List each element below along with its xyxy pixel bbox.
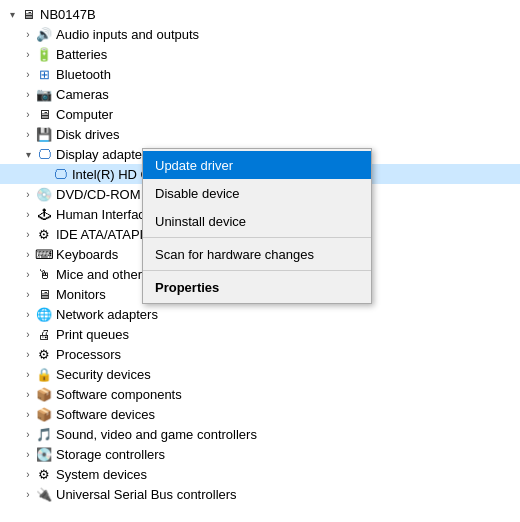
- label-disk: Disk drives: [56, 127, 520, 142]
- chevron-computer: [20, 106, 36, 122]
- tree-item-batteries[interactable]: 🔋 Batteries: [0, 44, 520, 64]
- menu-label-uninstall: Uninstall device: [155, 214, 246, 229]
- tree-item-disk[interactable]: 💾 Disk drives: [0, 124, 520, 144]
- icon-computer: 🖥: [36, 106, 52, 122]
- chevron-display: [20, 146, 36, 162]
- tree-item-network[interactable]: 🌐 Network adapters: [0, 304, 520, 324]
- label-bluetooth: Bluetooth: [56, 67, 520, 82]
- tree-item-print[interactable]: 🖨 Print queues: [0, 324, 520, 344]
- chevron-network: [20, 306, 36, 322]
- icon-sw-dev: 📦: [36, 406, 52, 422]
- tree-item-processors[interactable]: ⚙ Processors: [0, 344, 520, 364]
- tree-item-storage[interactable]: 💽 Storage controllers: [0, 444, 520, 464]
- icon-sw-comp: 📦: [36, 386, 52, 402]
- chevron-disk: [20, 126, 36, 142]
- tree-item-sw-comp[interactable]: 📦 Software components: [0, 384, 520, 404]
- label-security: Security devices: [56, 367, 520, 382]
- icon-monitors: 🖥: [36, 286, 52, 302]
- icon-human: 🕹: [36, 206, 52, 222]
- chevron-sound: [20, 426, 36, 442]
- tree-item-computer[interactable]: 🖥 Computer: [0, 104, 520, 124]
- icon-disk: 💾: [36, 126, 52, 142]
- icon-bluetooth: ⊞: [36, 66, 52, 82]
- label-storage: Storage controllers: [56, 447, 520, 462]
- icon-sound: 🎵: [36, 426, 52, 442]
- label-computer: Computer: [56, 107, 520, 122]
- label-sw-comp: Software components: [56, 387, 520, 402]
- tree-item-security[interactable]: 🔒 Security devices: [0, 364, 520, 384]
- icon-root: 🖥: [20, 6, 36, 22]
- chevron-sw-dev: [20, 406, 36, 422]
- context-menu-item-disable[interactable]: Disable device: [143, 179, 371, 207]
- icon-intel-gpu: 🖵: [52, 166, 68, 182]
- chevron-system: [20, 466, 36, 482]
- chevron-processors: [20, 346, 36, 362]
- tree-item-usb[interactable]: 🔌 Universal Serial Bus controllers: [0, 484, 520, 504]
- chevron-sw-comp: [20, 386, 36, 402]
- context-menu-item-uninstall[interactable]: Uninstall device: [143, 207, 371, 235]
- chevron-bluetooth: [20, 66, 36, 82]
- chevron-audio: [20, 26, 36, 42]
- tree-item-bluetooth[interactable]: ⊞ Bluetooth: [0, 64, 520, 84]
- tree-item-sw-dev[interactable]: 📦 Software devices: [0, 404, 520, 424]
- icon-security: 🔒: [36, 366, 52, 382]
- chevron-security: [20, 366, 36, 382]
- icon-batteries: 🔋: [36, 46, 52, 62]
- label-audio: Audio inputs and outputs: [56, 27, 520, 42]
- label-sound: Sound, video and game controllers: [56, 427, 520, 442]
- menu-label-update: Update driver: [155, 158, 233, 173]
- icon-display: 🖵: [36, 146, 52, 162]
- icon-dvd: 💿: [36, 186, 52, 202]
- separator-1: [143, 237, 371, 238]
- icon-print: 🖨: [36, 326, 52, 342]
- tree-item-audio[interactable]: 🔊 Audio inputs and outputs: [0, 24, 520, 44]
- chevron-root: [4, 6, 20, 22]
- chevron-storage: [20, 446, 36, 462]
- icon-audio: 🔊: [36, 26, 52, 42]
- tree-item-root[interactable]: 🖥 NB0147B: [0, 4, 520, 24]
- tree-item-cameras[interactable]: 📷 Cameras: [0, 84, 520, 104]
- chevron-print: [20, 326, 36, 342]
- label-cameras: Cameras: [56, 87, 520, 102]
- tree-item-sound[interactable]: 🎵 Sound, video and game controllers: [0, 424, 520, 444]
- context-menu-item-update[interactable]: Update driver: [143, 151, 371, 179]
- icon-ide: ⚙: [36, 226, 52, 242]
- context-menu: Update driver Disable device Uninstall d…: [142, 148, 372, 304]
- chevron-batteries: [20, 46, 36, 62]
- chevron-human: [20, 206, 36, 222]
- chevron-ide: [20, 226, 36, 242]
- menu-label-properties: Properties: [155, 280, 219, 295]
- icon-processors: ⚙: [36, 346, 52, 362]
- chevron-dvd: [20, 186, 36, 202]
- label-usb: Universal Serial Bus controllers: [56, 487, 520, 502]
- icon-system: ⚙: [36, 466, 52, 482]
- context-menu-item-scan[interactable]: Scan for hardware changes: [143, 240, 371, 268]
- icon-mice: 🖱: [36, 266, 52, 282]
- icon-usb: 🔌: [36, 486, 52, 502]
- chevron-monitors: [20, 286, 36, 302]
- label-system: System devices: [56, 467, 520, 482]
- label-processors: Processors: [56, 347, 520, 362]
- chevron-mice: [20, 266, 36, 282]
- label-root: NB0147B: [40, 7, 520, 22]
- menu-label-scan: Scan for hardware changes: [155, 247, 314, 262]
- separator-2: [143, 270, 371, 271]
- context-menu-item-properties[interactable]: Properties: [143, 273, 371, 301]
- icon-storage: 💽: [36, 446, 52, 462]
- label-sw-dev: Software devices: [56, 407, 520, 422]
- label-print: Print queues: [56, 327, 520, 342]
- label-network: Network adapters: [56, 307, 520, 322]
- icon-cameras: 📷: [36, 86, 52, 102]
- icon-keyboards: ⌨: [36, 246, 52, 262]
- chevron-cameras: [20, 86, 36, 102]
- chevron-usb: [20, 486, 36, 502]
- icon-network: 🌐: [36, 306, 52, 322]
- label-batteries: Batteries: [56, 47, 520, 62]
- menu-label-disable: Disable device: [155, 186, 240, 201]
- tree-item-system[interactable]: ⚙ System devices: [0, 464, 520, 484]
